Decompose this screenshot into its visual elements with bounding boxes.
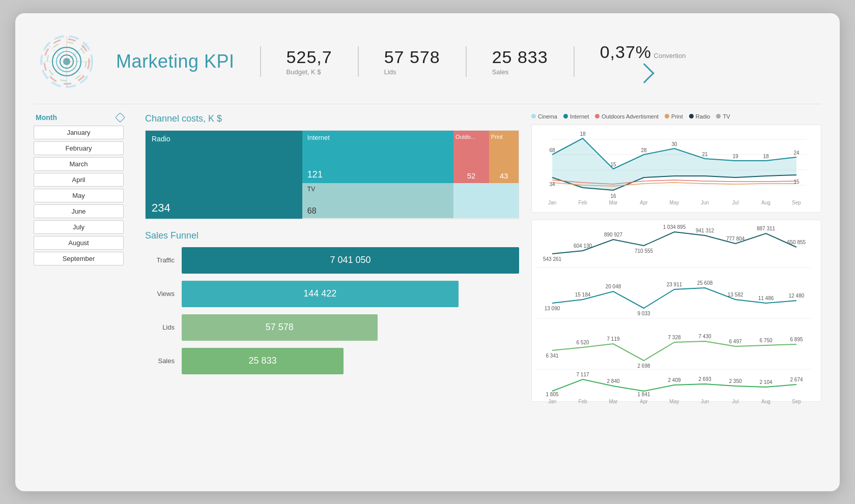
svg-text:13 582: 13 582 <box>728 292 744 298</box>
outdoor-dot <box>595 114 600 118</box>
treemap: Radio 234 Internet 121 Outdo... <box>145 130 519 219</box>
svg-text:18: 18 <box>763 154 769 159</box>
lids-value2: 57 578 <box>266 322 294 333</box>
month-filter-header: Month <box>34 113 124 122</box>
radio-legend-label: Radio <box>696 113 710 120</box>
svg-text:7 328: 7 328 <box>668 335 680 340</box>
logo-icon <box>36 31 97 92</box>
traffic-bar: 7 041 050 <box>182 247 519 274</box>
svg-text:19: 19 <box>732 154 738 159</box>
svg-text:Sep: Sep <box>792 200 801 205</box>
month-june[interactable]: June <box>34 204 124 218</box>
svg-text:34: 34 <box>549 182 555 187</box>
views-value: 144 422 <box>303 288 336 299</box>
legend-tv: TV <box>716 113 730 120</box>
print-legend-label: Print <box>671 113 683 120</box>
svg-text:6 895: 6 895 <box>790 337 803 342</box>
budget-label: Budget, K $ <box>287 68 332 76</box>
conversion-value: 0,37% <box>600 42 651 62</box>
svg-text:11 486: 11 486 <box>758 295 774 301</box>
cinema-legend-label: Cinema <box>538 113 557 120</box>
svg-text:Jun: Jun <box>701 399 709 404</box>
tv-value: 68 <box>307 206 317 216</box>
svg-text:Jan: Jan <box>548 399 556 404</box>
svg-text:Aug: Aug <box>761 399 771 404</box>
svg-text:9 033: 9 033 <box>637 311 650 316</box>
month-march[interactable]: March <box>34 157 124 171</box>
svg-text:13 090: 13 090 <box>545 306 560 311</box>
month-february[interactable]: February <box>34 141 124 155</box>
month-august[interactable]: August <box>34 236 124 250</box>
print-label: Print <box>491 134 503 140</box>
chevron-right-icon[interactable] <box>634 63 654 83</box>
outdoor-value: 52 <box>467 171 476 180</box>
treemap-tv: TV 68 <box>302 183 453 218</box>
svg-text:2 840: 2 840 <box>607 378 619 384</box>
svg-text:21: 21 <box>702 152 708 157</box>
funnel-row-traffic: Traffic 7 041 050 <box>145 247 519 274</box>
sales-label: Sales <box>492 68 548 76</box>
internet-value: 121 <box>307 169 323 180</box>
top-chart-svg: 68 18 15 28 30 21 19 18 24 34 16 15 Jan … <box>537 129 812 208</box>
svg-text:15 184: 15 184 <box>575 292 591 298</box>
radio-label: Radio <box>152 135 170 143</box>
internet-label: Internet <box>307 134 330 141</box>
svg-text:2 409: 2 409 <box>668 377 680 383</box>
svg-text:890 927: 890 927 <box>604 232 623 238</box>
month-january[interactable]: January <box>34 126 124 139</box>
svg-text:Feb: Feb <box>578 399 587 404</box>
center-panel: Channel costs, K $ Radio 234 Internet <box>133 113 531 409</box>
radio-dot <box>689 114 694 118</box>
treemap-internet: Internet 121 <box>302 131 453 184</box>
treemap-right: Internet 121 Outdo... 52 Print 43 <box>302 131 519 219</box>
svg-text:Apr: Apr <box>640 399 648 404</box>
print-dot <box>665 114 669 118</box>
svg-text:15: 15 <box>793 179 800 185</box>
funnel-row-lids: Lids 57 578 <box>145 314 519 341</box>
svg-text:887 311: 887 311 <box>757 226 776 231</box>
sales-value2: 25 833 <box>249 355 277 366</box>
tv-dot <box>716 114 721 118</box>
traffic-label: Traffic <box>145 256 175 264</box>
month-label: Month <box>36 113 57 122</box>
svg-text:Mar: Mar <box>609 399 618 404</box>
kpi-divider-4 <box>574 46 575 77</box>
funnel-title: Sales Funnel <box>145 230 519 241</box>
kpi-lids: 57 578 Lids <box>384 47 440 76</box>
filter-icon[interactable] <box>115 112 125 123</box>
page-title: Marketing KPI <box>116 51 235 72</box>
month-september[interactable]: September <box>34 252 124 265</box>
main-content: Month January February March April May J… <box>34 113 821 409</box>
svg-text:2 674: 2 674 <box>790 377 803 382</box>
kpi-divider-3 <box>466 46 467 77</box>
chart-legend: Cinema Internet Outdoors Advertisment Pr… <box>531 113 821 120</box>
sales-funnel: Sales Funnel Traffic 7 041 050 Views 144… <box>145 230 519 374</box>
outdoor-legend-label: Outdoors Advertisment <box>602 113 659 120</box>
legend-outdoor: Outdoors Advertisment <box>595 113 659 120</box>
top-line-chart: 68 18 15 28 30 21 19 18 24 34 16 15 Jan … <box>531 125 821 213</box>
treemap-outdoor: Outdo... 52 <box>453 131 489 184</box>
svg-text:2 693: 2 693 <box>698 376 711 382</box>
svg-text:6 341: 6 341 <box>546 353 558 359</box>
svg-text:Jul: Jul <box>732 399 739 404</box>
svg-text:7 119: 7 119 <box>607 336 619 342</box>
month-april[interactable]: April <box>34 173 124 187</box>
internet-legend-label: Internet <box>570 113 589 120</box>
treemap-print: Print 43 <box>489 131 519 184</box>
cinema-dot <box>531 114 536 118</box>
svg-text:16: 16 <box>610 193 616 199</box>
traffic-value: 7 041 050 <box>330 255 370 265</box>
kpi-budget: 525,7 Budget, K $ <box>287 47 332 76</box>
svg-text:6 497: 6 497 <box>729 339 742 344</box>
month-july[interactable]: July <box>34 220 124 234</box>
views-bar-wrap: 144 422 <box>182 281 519 307</box>
views-bar: 144 422 <box>182 281 459 307</box>
svg-text:Sep: Sep <box>792 399 801 404</box>
svg-text:15: 15 <box>610 162 616 167</box>
month-may[interactable]: May <box>34 189 124 202</box>
treemap-cinema <box>453 183 519 218</box>
svg-text:1 805: 1 805 <box>546 392 558 397</box>
svg-text:30: 30 <box>671 141 677 147</box>
legend-cinema: Cinema <box>531 113 557 120</box>
svg-text:2 698: 2 698 <box>637 363 650 369</box>
